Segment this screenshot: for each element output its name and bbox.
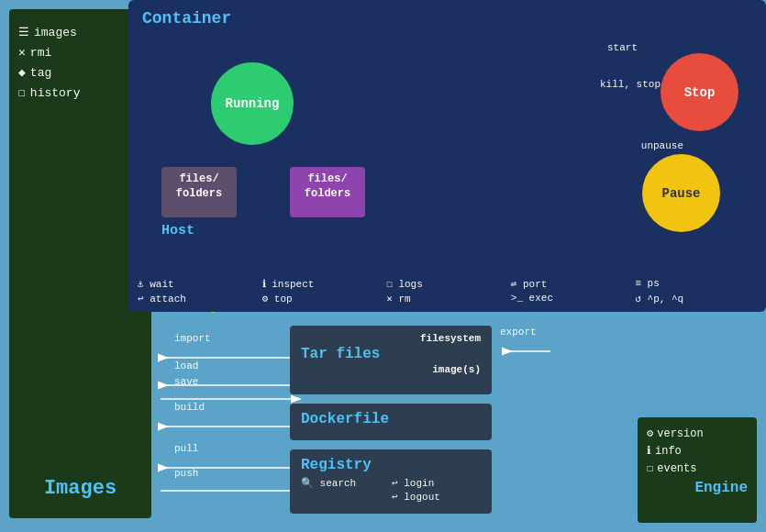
cmd-port[interactable]: ⇌ port <box>511 278 633 290</box>
cmd-wait[interactable]: ⚓ wait <box>138 278 260 290</box>
menu-label-images: images <box>34 26 77 39</box>
engine-menu-info[interactable]: ℹ info <box>647 444 748 458</box>
cmd-attach[interactable]: ↩ attach <box>138 293 260 305</box>
running-label: Running <box>226 96 280 111</box>
commands-area: ⚓ wait ℹ inspect ☐ logs ⇌ port ≡ ps ↩ at… <box>138 278 757 305</box>
menu-label-history: history <box>30 86 81 100</box>
engine-info-label: info <box>655 445 682 458</box>
cmd-login[interactable]: ↩ login <box>392 477 481 489</box>
tar-files-box: filesystem Tar files image(s) <box>290 326 492 394</box>
menu-item-rmi[interactable]: ✕ rmi <box>18 45 80 60</box>
engine-events-label: events <box>657 462 696 475</box>
engine-menu-events[interactable]: ☐ events <box>647 461 748 475</box>
stop-label: Stop <box>684 85 716 100</box>
menu-item-images[interactable]: ☰ images <box>18 25 80 39</box>
x-icon: ✕ <box>18 45 26 60</box>
engine-version-label: version <box>657 427 703 440</box>
stop-state: Stop <box>661 53 738 131</box>
engine-menu-version[interactable]: ⚙ version <box>647 427 748 440</box>
files-host-label: files/folders <box>176 172 222 200</box>
registry-box: Registry 🔍 search ↩ login ↩ logout <box>290 449 492 514</box>
images-title: Images <box>18 477 142 500</box>
container-box: Container start kill, stop unpause pause <box>128 0 766 312</box>
cmd-pq[interactable]: ↺ ^p, ^q <box>635 293 757 305</box>
files-container-label: files/folders <box>305 172 350 200</box>
label-kill-stop: kill, stop <box>600 79 661 90</box>
files-container-box: files/folders <box>290 167 365 217</box>
list-icon: ☰ <box>18 25 29 39</box>
dockerfile-title: Dockerfile <box>301 411 481 427</box>
cmd-rm[interactable]: ✕ rm <box>386 293 508 305</box>
engine-panel: ⚙ version ℹ info ☐ events Engine <box>638 417 757 523</box>
cmd-logs[interactable]: ☐ logs <box>386 278 508 290</box>
label-import: import <box>174 333 211 344</box>
cmd-ps[interactable]: ≡ ps <box>635 278 757 290</box>
images-menu: ☰ images ✕ rmi ◆ tag ☐ history <box>18 25 80 105</box>
registry-title: Registry <box>301 457 481 473</box>
files-host-box: files/folders <box>161 167 237 217</box>
pause-label: Pause <box>661 186 700 201</box>
events-icon: ☐ <box>647 461 653 475</box>
tar-title: Tar files <box>301 346 481 362</box>
tar-subtitle2: image(s) <box>301 364 481 375</box>
cmd-exec[interactable]: >_ exec <box>511 293 633 305</box>
gear-icon: ⚙ <box>647 427 653 440</box>
engine-title: Engine <box>647 480 748 496</box>
container-title: Container <box>138 9 757 28</box>
label-build: build <box>174 402 205 413</box>
label-unpause: unpause <box>641 140 683 151</box>
label-pull: pull <box>174 443 198 454</box>
host-label: Host <box>161 223 194 238</box>
label-save: save <box>174 376 198 387</box>
label-load: load <box>174 360 198 371</box>
dockerfile-box: Dockerfile <box>290 404 492 440</box>
cmd-logout[interactable]: ↩ logout <box>392 491 481 503</box>
menu-item-history[interactable]: ☐ history <box>18 85 80 100</box>
registry-commands: 🔍 search ↩ login ↩ logout <box>301 477 481 503</box>
info-icon: ℹ <box>647 444 651 458</box>
label-export: export <box>500 327 537 338</box>
label-push: push <box>174 468 198 479</box>
engine-menu: ⚙ version ℹ info ☐ events <box>647 427 748 475</box>
tar-subtitle1: filesystem <box>301 333 481 344</box>
cmd-inspect[interactable]: ℹ inspect <box>262 278 384 290</box>
history-icon: ☐ <box>18 85 26 100</box>
menu-item-tag[interactable]: ◆ tag <box>18 65 80 80</box>
cmd-top[interactable]: ⚙ top <box>262 293 384 305</box>
main-container: ☰ images ✕ rmi ◆ tag ☐ history Images <box>0 0 766 532</box>
cmd-search[interactable]: 🔍 search <box>301 477 390 489</box>
menu-label-tag: tag <box>30 66 51 80</box>
running-state: Running <box>211 62 294 145</box>
menu-label-rmi: rmi <box>30 46 51 60</box>
pause-state: Pause <box>642 154 720 232</box>
tag-icon: ◆ <box>18 65 26 80</box>
label-start: start <box>607 42 638 53</box>
